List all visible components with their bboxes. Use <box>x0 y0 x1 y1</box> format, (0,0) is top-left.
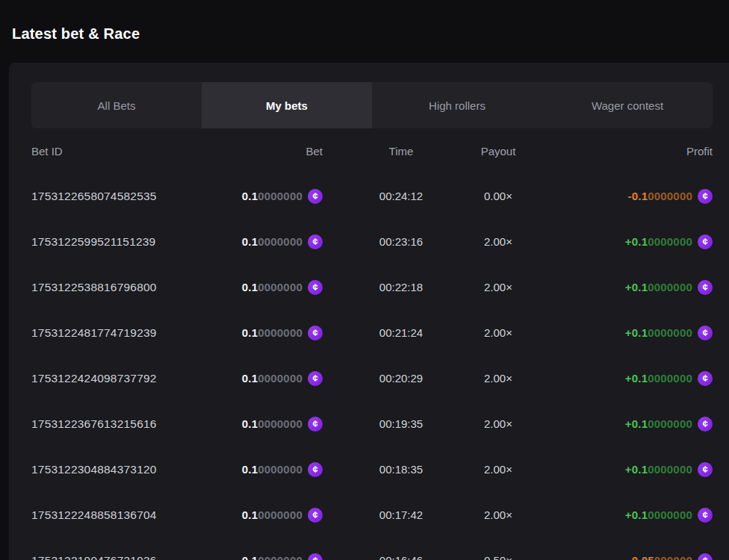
coin-icon: ¢ <box>308 417 323 432</box>
bet-amount: 0.10000000 <box>242 463 303 476</box>
bet-id-cell: 1753122658074582535 <box>31 190 218 203</box>
bets-panel: All Bets My bets High rollers Wager cont… <box>9 63 729 560</box>
bets-table-body: 1753122658074582535 0.10000000 ¢ 00:24:1… <box>31 173 713 560</box>
bet-profit-cell: +0.10000000 ¢ <box>517 508 713 523</box>
bet-profit-cell: +0.10000000 ¢ <box>517 371 713 386</box>
coin-icon: ¢ <box>698 417 713 432</box>
bet-time-cell: 00:16:46 <box>323 554 480 560</box>
bet-profit-cell: +0.10000000 ¢ <box>517 234 713 249</box>
bet-amount-zeros: 0000000 <box>258 463 303 476</box>
tab-all-bets[interactable]: All Bets <box>31 82 202 128</box>
bet-profit-cell: -0.05000000 ¢ <box>517 553 713 560</box>
bet-row[interactable]: 1753122599521151239 0.10000000 ¢ 00:23:1… <box>31 219 713 264</box>
bet-row[interactable]: 1753122658074582535 0.10000000 ¢ 00:24:1… <box>31 173 713 219</box>
bet-amount: 0.10000000 <box>242 190 303 202</box>
bet-row[interactable]: 1753122481774719239 0.10000000 ¢ 00:21:2… <box>31 310 713 355</box>
bet-id-cell: 1753122367613215616 <box>31 417 218 431</box>
profit-amount-zeros: 0000000 <box>648 508 692 521</box>
coin-icon: ¢ <box>308 553 323 560</box>
bet-time-cell: 00:20:29 <box>323 372 480 385</box>
coin-icon: ¢ <box>308 280 323 295</box>
coin-icon: ¢ <box>308 234 323 249</box>
tab-label: High rollers <box>429 99 486 112</box>
bet-payout-cell: 2.00× <box>480 372 517 385</box>
bet-profit-cell: +0.10000000 ¢ <box>517 326 713 340</box>
bet-id-cell: 1753122424098737792 <box>31 372 218 385</box>
profit-amount: +0.10000000 <box>625 372 692 385</box>
coin-icon: ¢ <box>698 508 713 523</box>
bet-time-cell: 00:21:24 <box>323 326 480 339</box>
coin-icon: ¢ <box>308 326 323 340</box>
bet-amount-zeros: 0000000 <box>258 281 303 293</box>
bet-payout-cell: 2.00× <box>480 417 517 430</box>
bet-payout-cell: 2.00× <box>480 463 517 476</box>
profit-amount-zeros: 0000000 <box>648 326 692 339</box>
profit-amount-main: -0.1 <box>628 190 648 202</box>
coin-icon: ¢ <box>698 326 713 340</box>
profit-amount-main: +0.1 <box>625 281 648 293</box>
bet-row[interactable]: 1753122367613215616 0.10000000 ¢ 00:19:3… <box>31 401 713 447</box>
profit-amount-main: +0.1 <box>625 326 648 339</box>
bet-amount: 0.10000000 <box>242 372 303 385</box>
bet-amount-main: 0.1 <box>242 372 258 385</box>
bet-amount-main: 0.1 <box>242 326 258 339</box>
bet-profit-cell: +0.10000000 ¢ <box>517 280 713 295</box>
bet-amount-main: 0.1 <box>242 190 258 202</box>
bet-id-cell: 1753122304884373120 <box>31 463 218 476</box>
bet-amount-cell: 0.10000000 ¢ <box>218 189 323 204</box>
bet-amount-zeros: 0000000 <box>258 235 303 248</box>
tab-label: My bets <box>266 99 308 112</box>
bet-row[interactable]: 1753122248858136704 0.10000000 ¢ 00:17:4… <box>31 492 713 538</box>
bet-id-cell: 1753122481774719239 <box>31 326 218 340</box>
header-bet: Bet <box>218 145 323 158</box>
profit-amount: +0.10000000 <box>625 235 692 248</box>
bet-id-cell: 1753122599521151239 <box>31 235 218 249</box>
bet-row[interactable]: 1753122304884373120 0.10000000 ¢ 00:18:3… <box>31 447 713 492</box>
profit-amount-main: +0.1 <box>625 508 648 521</box>
bet-amount: 0.10000000 <box>242 326 303 339</box>
coin-icon: ¢ <box>698 462 713 477</box>
tab-my-bets[interactable]: My bets <box>202 82 372 128</box>
profit-amount-main: +0.1 <box>625 463 648 476</box>
profit-amount-zeros: 0000000 <box>648 372 692 385</box>
bet-amount-cell: 0.10000000 ¢ <box>218 553 323 560</box>
bet-profit-cell: +0.10000000 ¢ <box>517 462 713 477</box>
profit-amount: +0.10000000 <box>625 417 692 430</box>
bet-profit-cell: +0.10000000 ¢ <box>517 417 713 432</box>
tab-high-rollers[interactable]: High rollers <box>372 82 542 128</box>
bet-amount-cell: 0.10000000 ¢ <box>218 326 323 340</box>
coin-icon: ¢ <box>698 189 713 204</box>
profit-amount: +0.10000000 <box>625 326 692 339</box>
bet-amount-main: 0.1 <box>242 554 258 560</box>
header-profit: Profit <box>517 145 713 158</box>
bet-payout-cell: 0.50× <box>480 554 517 560</box>
bet-amount-cell: 0.10000000 ¢ <box>218 508 323 523</box>
profit-amount: +0.10000000 <box>625 281 692 293</box>
bet-row[interactable]: 1753122538816796800 0.10000000 ¢ 00:22:1… <box>31 264 713 310</box>
coin-icon: ¢ <box>698 371 713 386</box>
coin-icon: ¢ <box>308 371 323 386</box>
coin-icon: ¢ <box>308 508 323 523</box>
bet-id-cell: 1753122538816796800 <box>31 281 218 294</box>
bet-row[interactable]: 1753122190476731936 0.10000000 ¢ 00:16:4… <box>31 538 713 560</box>
bet-id-cell: 1753122190476731936 <box>31 554 218 560</box>
bet-amount: 0.10000000 <box>242 281 303 293</box>
bet-amount-main: 0.1 <box>242 235 258 248</box>
bet-payout-cell: 2.00× <box>480 235 517 248</box>
profit-amount-main: +0.1 <box>625 235 648 248</box>
bet-row[interactable]: 1753122424098737792 0.10000000 ¢ 00:20:2… <box>31 355 713 401</box>
bet-amount-main: 0.1 <box>242 417 258 430</box>
bet-time-cell: 00:23:16 <box>323 235 480 248</box>
bet-amount-cell: 0.10000000 ¢ <box>218 417 323 432</box>
coin-icon: ¢ <box>698 553 713 560</box>
header-bet-id: Bet ID <box>31 145 218 158</box>
bet-amount-zeros: 0000000 <box>258 372 303 385</box>
bet-payout-cell: 2.00× <box>480 508 517 521</box>
profit-amount: -0.10000000 <box>628 190 692 202</box>
profit-amount: +0.10000000 <box>625 463 692 476</box>
bet-amount: 0.10000000 <box>242 417 303 430</box>
profit-amount-main: +0.1 <box>625 372 648 385</box>
tab-wager-contest[interactable]: Wager contest <box>542 82 713 128</box>
bet-time-cell: 00:22:18 <box>323 281 480 293</box>
bet-time-cell: 00:17:42 <box>323 508 480 521</box>
